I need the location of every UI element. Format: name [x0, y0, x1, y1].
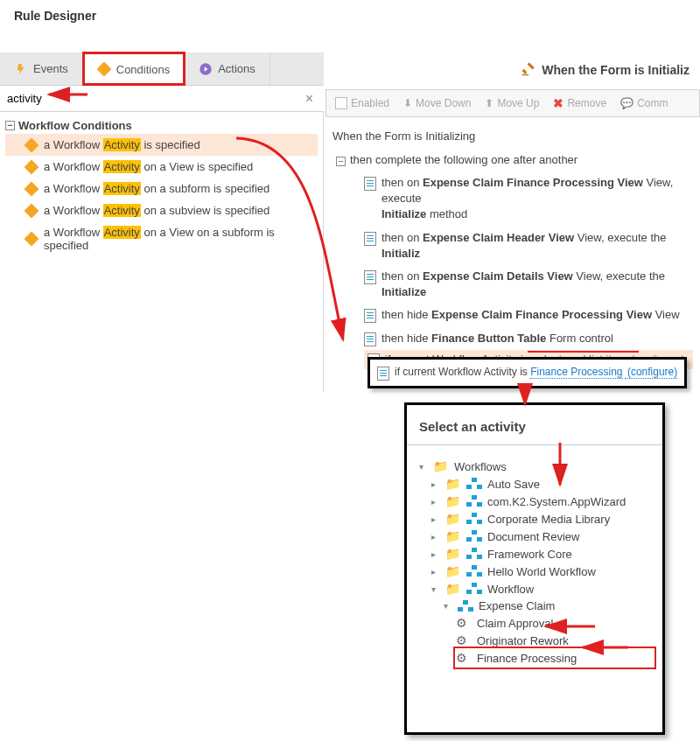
- arrow-up-icon: ⬆: [485, 97, 494, 109]
- folder-icon: 📁: [445, 512, 461, 526]
- caret-down-icon[interactable]: ▾: [419, 462, 428, 472]
- condition-text: a Workflow Activity on a View on a subfo…: [44, 226, 318, 252]
- tree-node[interactable]: ▸📁Auto Save: [431, 475, 654, 493]
- gear-icon: ⚙: [456, 633, 472, 647]
- caret-right-icon[interactable]: ▸: [431, 497, 440, 507]
- gavel-icon: [521, 60, 536, 79]
- folder-icon: 📁: [445, 582, 461, 596]
- inset-configured-condition: if current Workflow Activity is Finance …: [368, 357, 687, 388]
- rule-event-text: When the Form is Initializing: [332, 129, 693, 143]
- bolt-icon: [14, 62, 28, 76]
- folder-icon: 📁: [445, 494, 461, 508]
- rule-action[interactable]: then on Expense Claim Details View View,…: [364, 265, 693, 304]
- condition-text: a Workflow Activity on a View is specifi…: [44, 160, 253, 173]
- rule-action[interactable]: then on Expense Claim Header View View, …: [364, 227, 693, 265]
- condition-text: a Workflow Activity on a subview is spec…: [44, 204, 270, 217]
- move-down-button[interactable]: ⬇Move Down: [403, 97, 471, 109]
- caret-right-icon[interactable]: ▸: [431, 514, 440, 524]
- folder-icon: 📁: [445, 547, 461, 561]
- caret-right-icon[interactable]: ▸: [431, 532, 440, 542]
- rule-title-text: When the Form is Initializ: [542, 63, 690, 77]
- tab-label: Actions: [218, 62, 256, 75]
- tree-node[interactable]: ▸📁Document Review: [431, 528, 654, 545]
- workflow-icon: [458, 600, 473, 612]
- caret-right-icon[interactable]: ▸: [431, 567, 440, 577]
- tree-process-node[interactable]: ▾Expense Claim: [444, 598, 654, 614]
- condition-text: a Workflow Activity is specified: [44, 138, 200, 151]
- tab-actions[interactable]: Actions: [185, 52, 270, 85]
- rule-action[interactable]: then hide Expense Claim Finance Processi…: [364, 304, 693, 326]
- condition-item[interactable]: a Workflow Activity on a subform is spec…: [5, 178, 318, 199]
- workflow-icon: [466, 495, 482, 507]
- folder-icon: 📁: [445, 564, 461, 578]
- rule-title-bar: When the Form is Initializ: [326, 52, 700, 87]
- rule-condition[interactable]: if current Workflow Activity is Finance …: [377, 363, 677, 382]
- tab-conditions[interactable]: Conditions: [83, 52, 185, 85]
- action-icon: [364, 232, 376, 246]
- tab-events[interactable]: Events: [0, 52, 83, 85]
- tree-root-node[interactable]: ▾ 📁 Workflows: [419, 458, 654, 475]
- rule-toolbar: Enabled ⬇Move Down ⬆Move Up ✖Remove 💬Com…: [326, 89, 700, 117]
- workflow-icon: [466, 478, 482, 490]
- collapse-icon[interactable]: −: [5, 121, 15, 130]
- search-row: ×: [0, 86, 324, 112]
- tree-node[interactable]: ▸📁com.K2.System.AppWizard: [431, 493, 654, 510]
- tree-activity[interactable]: ⚙Originator Rework: [456, 632, 654, 649]
- caret-right-icon[interactable]: ▸: [431, 549, 440, 559]
- collapse-icon[interactable]: −: [336, 157, 346, 166]
- page-title: Rule Designer: [0, 0, 700, 28]
- condition-item[interactable]: a Workflow Activity on a View is specifi…: [5, 156, 318, 178]
- checkbox-icon: [335, 97, 347, 109]
- x-icon: ✖: [553, 96, 564, 110]
- move-up-button[interactable]: ⬆Move Up: [485, 97, 539, 109]
- finance-processing-link[interactable]: Finance Processing: [530, 366, 622, 379]
- condition-item[interactable]: a Workflow Activity on a View on a subfo…: [5, 221, 318, 256]
- diamond-icon: [24, 181, 39, 196]
- workflow-icon: [466, 530, 482, 542]
- tree-node[interactable]: ▸📁Hello World Workflow: [431, 563, 654, 580]
- folder-icon: 📁: [445, 477, 461, 491]
- enabled-toggle[interactable]: Enabled: [335, 97, 389, 109]
- condition-item[interactable]: a Workflow Activity is specified: [5, 134, 318, 156]
- action-icon: [364, 309, 376, 323]
- comment-icon: 💬: [620, 97, 634, 109]
- action-icon: [364, 270, 376, 284]
- caret-down-icon[interactable]: ▾: [444, 601, 452, 611]
- workflow-icon: [466, 513, 482, 525]
- clear-search-button[interactable]: ×: [300, 91, 318, 107]
- comment-button[interactable]: 💬Comm: [620, 97, 668, 109]
- rule-body: When the Form is Initializing − then com…: [326, 117, 700, 381]
- conditions-panel: − Workflow Conditions a Workflow Activit…: [0, 112, 324, 392]
- configure-link[interactable]: (configure): [625, 366, 678, 379]
- tab-strip: Events Conditions Actions: [0, 52, 324, 86]
- arrow-down-icon: ⬇: [403, 97, 412, 109]
- search-input[interactable]: [5, 88, 300, 108]
- tree-node[interactable]: ▸📁Framework Core: [431, 545, 654, 563]
- workflow-icon: [466, 583, 482, 595]
- caret-right-icon[interactable]: ▸: [431, 479, 440, 489]
- folder-icon: 📁: [433, 459, 449, 473]
- condition-item[interactable]: a Workflow Activity on a subview is spec…: [5, 199, 318, 221]
- condition-icon: [377, 367, 389, 381]
- workflow-tree: ▾ 📁 Workflows ▸📁Auto Save ▸📁com.K2.Syste…: [407, 445, 662, 672]
- gear-icon: ⚙: [456, 616, 472, 630]
- caret-down-icon[interactable]: ▾: [431, 584, 440, 594]
- conditions-group-header[interactable]: − Workflow Conditions: [5, 117, 318, 134]
- tree-node-open[interactable]: ▾📁Workflow: [431, 580, 654, 598]
- tree-node[interactable]: ▸📁Corporate Media Library: [431, 510, 654, 528]
- workflow-icon: [466, 548, 482, 560]
- rule-action[interactable]: then on Expense Claim Finance Processing…: [364, 171, 693, 227]
- arrow-circle-icon: [199, 62, 213, 76]
- rule-action[interactable]: then hide Finance Button Table Form cont…: [364, 327, 693, 350]
- gear-icon: ⚙: [456, 651, 472, 665]
- dialog-title: Select an activity: [407, 414, 662, 445]
- tab-label: Conditions: [116, 63, 170, 76]
- tree-activity[interactable]: ⚙Claim Approval: [456, 614, 654, 632]
- rule-intro: then complete the following one after an…: [350, 153, 693, 171]
- diamond-icon: [24, 203, 39, 218]
- condition-text: a Workflow Activity on a subform is spec…: [44, 182, 270, 195]
- tree-activity-finance-processing[interactable]: ⚙Finance Processing: [456, 649, 654, 667]
- diamond-icon: [24, 159, 39, 174]
- select-activity-dialog: Select an activity ▾ 📁 Workflows ▸📁Auto …: [404, 402, 665, 735]
- remove-button[interactable]: ✖Remove: [553, 96, 606, 110]
